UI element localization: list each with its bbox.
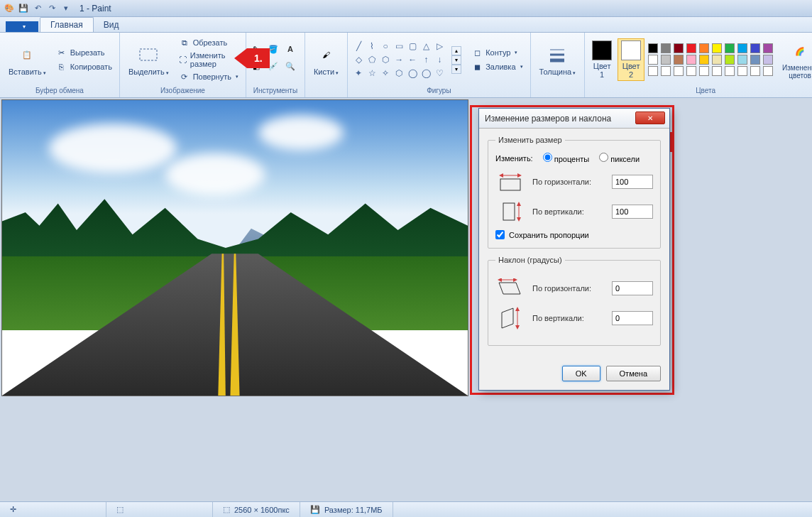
crop-icon: ⧉ <box>179 37 190 48</box>
color-swatch[interactable] <box>763 66 773 76</box>
color-swatch[interactable] <box>763 43 773 53</box>
color-swatch[interactable] <box>725 43 735 53</box>
qat-dropdown-icon[interactable]: ▾ <box>60 2 72 15</box>
file-tab[interactable] <box>6 21 38 32</box>
outline-button[interactable]: ◻Контур <box>468 45 525 60</box>
shapes-scroll-up[interactable]: ▴ <box>451 46 461 55</box>
color-swatch[interactable] <box>661 55 671 65</box>
photo-image <box>2 100 468 396</box>
resize-fieldset: Изменить размер Изменить: проценты пиксе… <box>488 136 661 249</box>
group-shapes-label: Фигуры <box>352 85 525 96</box>
vert-input[interactable] <box>612 205 653 219</box>
color-swatch[interactable] <box>686 66 696 76</box>
crop-button[interactable]: ⧉Обрезать <box>176 36 241 50</box>
color-swatch[interactable] <box>712 55 722 65</box>
color-swatch[interactable] <box>686 43 696 53</box>
outline-icon: ◻ <box>471 47 483 58</box>
rotate-button[interactable]: ⟳Повернуть <box>176 70 241 84</box>
dialog-close-button[interactable]: ✕ <box>635 111 665 124</box>
shapes-gallery[interactable]: ╱⌇○▭▢△▷ ◇⬠⬡→←↑↓ ✦☆✧⬡◯◯♡ <box>352 40 446 80</box>
color-swatch[interactable] <box>737 66 747 76</box>
canvas[interactable] <box>1 99 468 396</box>
resize-label: Изменить размер <box>190 51 238 68</box>
ok-button[interactable]: OK <box>562 366 600 381</box>
copy-button[interactable]: ⎘Копировать <box>53 60 115 74</box>
undo-icon[interactable]: ↶ <box>31 2 44 15</box>
selection-icon: ⬚ <box>116 505 124 514</box>
color1-button[interactable]: Цвет 1 <box>589 39 615 80</box>
color-swatch[interactable] <box>712 43 722 53</box>
color-swatch[interactable] <box>686 55 696 65</box>
brushes-button[interactable]: 🖌 Кисти <box>309 40 343 79</box>
size-value: Размер: 11,7МБ <box>324 506 383 514</box>
horiz-input[interactable] <box>612 175 653 189</box>
disk-icon: 💾 <box>310 505 320 514</box>
color-swatch[interactable] <box>750 43 760 53</box>
cut-label: Вырезать <box>70 48 105 57</box>
color-palette[interactable] <box>647 43 775 77</box>
outline-label: Контур <box>485 48 510 57</box>
tabbar: Главная Вид <box>0 17 812 33</box>
resize-button[interactable]: ⛶Изменить размер <box>176 50 241 70</box>
skew-fieldset: Наклон (градусы) По горизонтали: По верт… <box>488 256 661 346</box>
tab-view[interactable]: Вид <box>94 18 129 32</box>
color-swatch[interactable] <box>712 66 722 76</box>
radio-pixels-input[interactable] <box>599 153 608 162</box>
skew-vert-input[interactable] <box>612 311 653 325</box>
color-swatch[interactable] <box>648 55 658 65</box>
resize-legend: Изменить размер <box>495 136 565 144</box>
color-swatch[interactable] <box>648 43 658 53</box>
svg-marker-18 <box>515 307 520 311</box>
paste-label: Вставить <box>9 67 46 76</box>
rotate-icon: ⟳ <box>179 71 190 82</box>
color-swatch[interactable] <box>699 43 709 53</box>
paste-button[interactable]: 📋 Вставить <box>4 40 50 79</box>
color-swatch[interactable] <box>674 66 684 76</box>
skew-horiz-label: По горизонтали: <box>532 284 605 293</box>
shapes-scroll-down[interactable]: ▾ <box>451 55 461 65</box>
tab-home[interactable]: Главная <box>40 17 94 32</box>
color-swatch[interactable] <box>648 66 658 76</box>
radio-percent[interactable]: проценты <box>543 153 590 163</box>
color-swatch[interactable] <box>674 55 684 65</box>
color-swatch[interactable] <box>737 55 747 65</box>
dialog-titlebar[interactable]: Изменение размеров и наклона ✕ <box>479 109 669 129</box>
copy-icon: ⎘ <box>56 61 67 72</box>
group-brushes: 🖌 Кисти <box>305 33 348 97</box>
color-swatch[interactable] <box>699 66 709 76</box>
color-swatch[interactable] <box>674 43 684 53</box>
color-swatch[interactable] <box>750 66 760 76</box>
color-swatch[interactable] <box>699 55 709 65</box>
shapes-expand[interactable]: ▾ <box>451 65 461 74</box>
color-swatch[interactable] <box>725 55 735 65</box>
size-icon <box>546 43 569 66</box>
edit-colors-button[interactable]: 🌈 Изменение цветов <box>778 37 812 82</box>
size-button[interactable]: Толщина <box>535 40 581 79</box>
cancel-button[interactable]: Отмена <box>606 366 661 381</box>
radio-pixels[interactable]: пиксели <box>599 153 640 163</box>
color-swatch[interactable] <box>763 55 773 65</box>
keep-ratio-checkbox[interactable] <box>495 230 505 239</box>
radio-percent-input[interactable] <box>543 153 552 162</box>
fillshape-icon: ◼ <box>471 61 483 72</box>
cut-button[interactable]: ✂Вырезать <box>53 45 115 60</box>
group-size: Толщина <box>531 33 586 97</box>
svg-marker-10 <box>517 202 521 206</box>
redo-icon[interactable]: ↷ <box>45 2 58 15</box>
color-swatch[interactable] <box>725 66 735 76</box>
copy-label: Копировать <box>70 62 112 71</box>
color2-button[interactable]: Цвет 2 <box>618 38 644 81</box>
save-icon[interactable]: 💾 <box>17 2 30 15</box>
color-swatch[interactable] <box>661 43 671 53</box>
fill-button[interactable]: ◼Заливка <box>468 60 525 74</box>
svg-marker-6 <box>499 173 503 178</box>
color-swatch[interactable] <box>661 66 671 76</box>
zoom-icon[interactable]: 🔍 <box>285 60 296 72</box>
color1-swatch <box>592 40 612 60</box>
color-swatch[interactable] <box>750 55 760 65</box>
select-button[interactable]: Выделить <box>124 40 173 79</box>
text-icon[interactable]: A <box>285 43 296 55</box>
group-clipboard: 📋 Вставить ✂Вырезать ⎘Копировать Буфер о… <box>0 33 120 97</box>
skew-horiz-input[interactable] <box>612 281 653 295</box>
color-swatch[interactable] <box>737 43 747 53</box>
